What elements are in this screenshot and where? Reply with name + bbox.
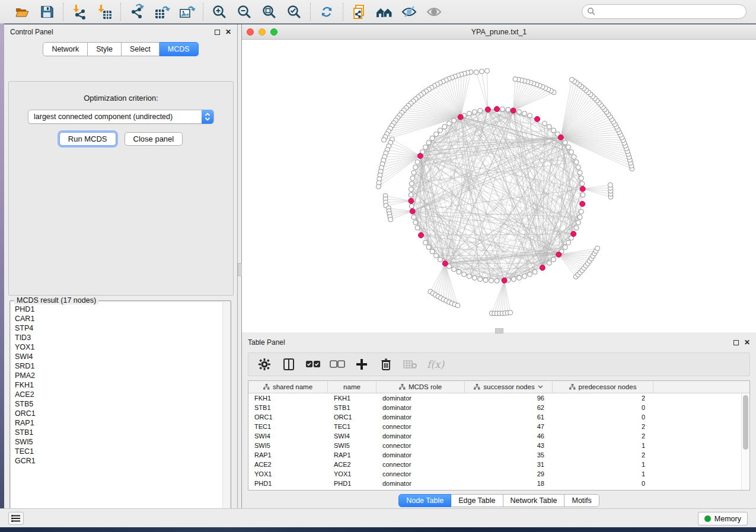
table-cell[interactable]: connector	[377, 422, 465, 432]
close-panel-icon[interactable]: ✕	[225, 28, 231, 36]
close-table-panel-icon[interactable]: ✕	[744, 339, 750, 346]
table-cell[interactable]: connector	[377, 470, 465, 479]
first-neighbors-icon[interactable]	[374, 2, 395, 21]
graph-mcds-hub-node[interactable]	[495, 107, 500, 112]
table-cell[interactable]: FKH1	[248, 394, 328, 403]
graph-node[interactable]	[580, 181, 585, 186]
table-row[interactable]: TEC1TEC1connector472	[248, 422, 741, 432]
graph-node[interactable]	[506, 107, 511, 112]
mcds-result-list[interactable]: PHD1CAR1STP4TID3YOX1SWI4SRD1PMA2FKH1ACE2…	[11, 302, 222, 519]
graph-node[interactable]	[452, 267, 457, 272]
mcds-result-item[interactable]: CAR1	[15, 314, 222, 323]
graph-node[interactable]	[472, 110, 477, 114]
graph-node[interactable]	[489, 278, 494, 283]
table-cell[interactable]: SWI5	[248, 441, 328, 451]
table-cell[interactable]: dominator	[377, 394, 465, 403]
graph-node[interactable]	[415, 225, 420, 230]
graph-node[interactable]	[467, 274, 471, 278]
export-network-icon[interactable]	[126, 2, 148, 21]
table-cell[interactable]: SWI4	[248, 432, 328, 441]
table-cell[interactable]: 47	[465, 422, 553, 432]
graph-node[interactable]	[532, 270, 537, 274]
graph-mcds-hub-node[interactable]	[409, 198, 414, 204]
graph-node[interactable]	[409, 181, 414, 186]
graph-mcds-hub-node[interactable]	[417, 153, 423, 159]
graph-node[interactable]	[426, 140, 431, 145]
graph-leaf-node[interactable]	[508, 310, 513, 315]
graph-node[interactable]	[579, 176, 583, 181]
import-network-icon[interactable]	[69, 2, 90, 21]
import-table-icon[interactable]	[94, 2, 115, 21]
graph-node[interactable]	[569, 150, 574, 155]
graph-leaf-node[interactable]	[455, 303, 460, 308]
table-cell[interactable]: SWI5	[328, 441, 377, 451]
graph-node[interactable]	[478, 277, 483, 281]
table-cell[interactable]: dominator	[377, 413, 465, 422]
graph-mcds-hub-node[interactable]	[556, 252, 562, 257]
column-header-predecessor-nodes[interactable]: predecessor nodes	[553, 381, 653, 393]
mcds-result-item[interactable]: SWI5	[15, 437, 222, 447]
graph-node[interactable]	[517, 275, 522, 280]
graph-node[interactable]	[462, 272, 467, 277]
mcds-result-item[interactable]: PHD1	[15, 305, 222, 314]
graph-node[interactable]	[563, 245, 567, 249]
table-scrollbar[interactable]	[741, 394, 749, 490]
graph-node[interactable]	[472, 275, 477, 280]
table-cell[interactable]: 29	[465, 470, 553, 479]
graph-node[interactable]	[409, 187, 413, 192]
table-row[interactable]: ORC1ORC1dominator610	[248, 413, 741, 422]
table-cell[interactable]: 2	[553, 451, 653, 460]
delete-column-icon[interactable]	[378, 357, 394, 372]
tab-network[interactable]: Network	[43, 42, 88, 56]
table-cell[interactable]: PHD1	[248, 479, 328, 489]
table-cell[interactable]: 0	[553, 413, 653, 422]
graph-node[interactable]	[446, 121, 451, 126]
memory-button[interactable]: Memory	[698, 512, 748, 525]
table-cell[interactable]: RAP1	[248, 451, 328, 460]
mcds-result-item[interactable]: STP4	[15, 323, 222, 333]
graph-leaf-node[interactable]	[608, 182, 613, 187]
table-cell[interactable]: STB1	[248, 403, 328, 413]
horizontal-splitter-handle[interactable]	[495, 328, 503, 334]
column-header-shared-name[interactable]: shared name	[248, 381, 328, 393]
graph-node[interactable]	[547, 261, 551, 265]
graph-node[interactable]	[409, 204, 414, 209]
table-cell[interactable]: 2	[553, 394, 653, 403]
table-cell[interactable]: dominator	[377, 403, 465, 413]
graph-node[interactable]	[522, 111, 527, 116]
table-cell[interactable]: ACE2	[328, 460, 377, 470]
table-cell[interactable]: PHD1	[328, 479, 377, 489]
table-cell[interactable]: 62	[465, 403, 553, 413]
table-cell[interactable]: 1	[553, 441, 653, 451]
graph-node[interactable]	[452, 118, 457, 123]
table-row[interactable]: STB1STB1dominator620	[248, 403, 741, 413]
graph-mcds-hub-node[interactable]	[485, 107, 490, 112]
graph-node[interactable]	[430, 249, 435, 254]
table-row[interactable]: FKH1FKH1dominator962	[248, 394, 741, 403]
table-cell[interactable]: 35	[465, 451, 553, 460]
mcds-result-item[interactable]: RAP1	[15, 418, 222, 428]
graph-node[interactable]	[412, 215, 416, 220]
graph-mcds-hub-node[interactable]	[571, 231, 576, 236]
graph-node[interactable]	[423, 241, 428, 245]
table-cell[interactable]: 2	[553, 432, 653, 441]
vertical-splitter-handle[interactable]	[238, 263, 242, 276]
graph-mcds-hub-node[interactable]	[502, 278, 507, 283]
graph-mcds-hub-node[interactable]	[418, 233, 423, 238]
table-cell[interactable]: 43	[465, 441, 553, 451]
graph-leaf-node[interactable]	[381, 137, 386, 142]
mcds-result-item[interactable]: SRD1	[15, 361, 222, 371]
task-history-button[interactable]	[8, 512, 24, 525]
tab-mcds[interactable]: MCDS	[160, 42, 199, 56]
graph-leaf-node[interactable]	[569, 77, 574, 82]
graph-mcds-hub-node[interactable]	[410, 209, 415, 214]
table-cell[interactable]: FKH1	[328, 394, 377, 403]
float-panel-icon[interactable]	[215, 30, 220, 35]
graph-node[interactable]	[430, 136, 435, 140]
graph-mcds-hub-node[interactable]	[558, 134, 563, 140]
graph-node[interactable]	[574, 160, 579, 165]
graph-mcds-hub-node[interactable]	[580, 186, 585, 191]
mcds-result-item[interactable]: ORC1	[15, 409, 222, 418]
table-settings-gear-icon[interactable]	[257, 357, 272, 372]
graph-node[interactable]	[566, 145, 571, 149]
